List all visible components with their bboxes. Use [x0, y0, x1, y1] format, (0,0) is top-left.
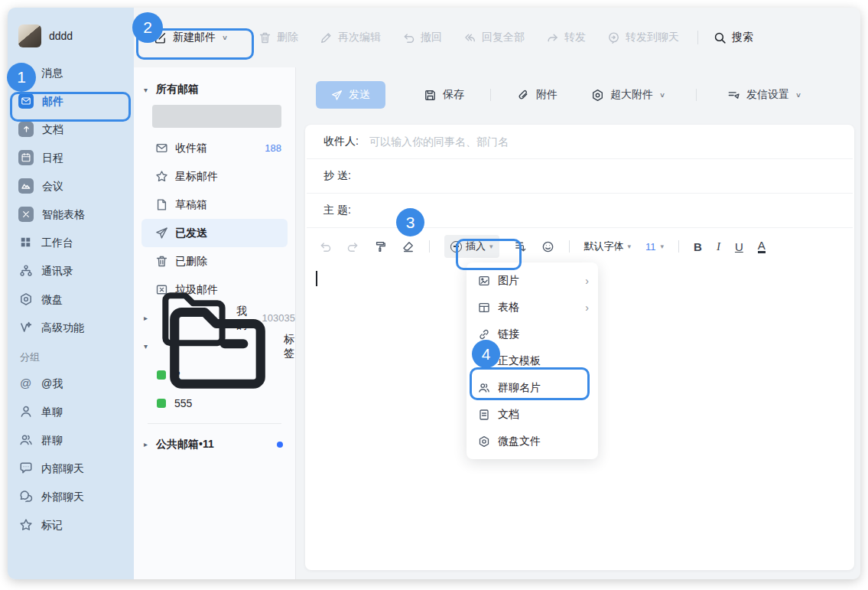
- send-settings-icon: [727, 89, 740, 102]
- pencil-icon: [320, 31, 333, 44]
- unread-dot: [277, 442, 283, 448]
- attachment-button[interactable]: 附件: [517, 88, 558, 102]
- font-family-select[interactable]: 默认字体 ▾: [584, 240, 632, 253]
- redo-icon[interactable]: [346, 240, 359, 253]
- triangle-down-icon: ▾: [628, 243, 632, 250]
- cc-field-row: 抄 送:: [307, 159, 853, 194]
- avatar[interactable]: [18, 24, 41, 47]
- format-painter-icon[interactable]: [374, 240, 387, 253]
- delete-button[interactable]: 删除: [258, 31, 298, 44]
- expander-down-icon: ▾: [144, 86, 151, 94]
- font-size-select[interactable]: 11 ▾: [645, 241, 664, 253]
- drive-hex-icon: [478, 435, 490, 448]
- contacts-icon: [18, 263, 33, 278]
- user-profile[interactable]: dddd: [8, 18, 134, 58]
- drive-hex-icon: [591, 89, 604, 102]
- sidebar-item-calendar[interactable]: 日程: [8, 143, 134, 171]
- folder-sent[interactable]: 已发送: [141, 219, 288, 247]
- menu-item-table[interactable]: 表格 ›: [467, 294, 598, 321]
- subject-input[interactable]: [360, 204, 853, 217]
- trash-icon: [258, 31, 271, 44]
- text-caret: [316, 271, 317, 286]
- sidebar-item-single-chat[interactable]: 单聊: [8, 397, 134, 425]
- search-icon: [714, 31, 727, 44]
- sidebar-item-internal-chat[interactable]: 内部聊天: [8, 454, 134, 482]
- menu-item-group-chat-card[interactable]: 群聊名片: [467, 374, 598, 401]
- cc-input[interactable]: [360, 169, 853, 183]
- table-icon: [478, 302, 490, 314]
- send-settings-button[interactable]: 发信设置 ∨: [727, 88, 801, 102]
- menu-item-image[interactable]: 图片 ›: [467, 267, 598, 294]
- insert-template-icon[interactable]: [514, 240, 527, 253]
- sidebar-item-workbench[interactable]: 工作台: [8, 228, 134, 256]
- cc-label: 抄 送:: [323, 169, 351, 183]
- chat-bubbles-icon: [18, 489, 33, 504]
- annotation-step-2: 2: [132, 12, 163, 43]
- format-divider: [429, 240, 430, 253]
- insert-button[interactable]: 插入 ▾: [444, 235, 499, 258]
- emoji-icon[interactable]: [541, 240, 554, 253]
- undo-icon: [402, 31, 415, 44]
- to-field-row: 收件人:: [307, 125, 853, 159]
- reply-all-button[interactable]: 回复全部: [463, 31, 525, 44]
- format-toolbar: 插入 ▾ 默认字体 ▾ 11 ▾: [305, 228, 854, 265]
- sidebar-item-drive[interactable]: 微盘: [8, 285, 134, 313]
- underline-button[interactable]: U: [735, 240, 743, 253]
- to-input[interactable]: [368, 135, 853, 148]
- star-icon: [155, 170, 168, 183]
- compose-divider: [696, 89, 697, 101]
- italic-button[interactable]: I: [717, 240, 720, 253]
- sidebar-item-docs[interactable]: 文档: [8, 115, 134, 143]
- folder-inbox[interactable]: 收件箱 188: [141, 134, 288, 162]
- format-divider: [569, 240, 570, 253]
- bold-button[interactable]: B: [694, 240, 702, 253]
- edit-again-button[interactable]: 再次编辑: [320, 31, 381, 44]
- sidebar-item-group-chat[interactable]: 群聊: [8, 425, 134, 454]
- forward-to-chat-button[interactable]: 转发到聊天: [607, 31, 679, 44]
- forward-button[interactable]: 转发: [546, 31, 586, 44]
- people-icon: [18, 432, 33, 447]
- send-button[interactable]: 发送: [316, 81, 385, 109]
- search-button[interactable]: 搜索: [714, 31, 753, 44]
- drive-icon: [18, 292, 33, 306]
- sidebar-item-flagged[interactable]: 标记: [8, 510, 134, 539]
- at-icon: @: [18, 376, 33, 390]
- floppy-icon: [424, 89, 437, 102]
- menu-item-drive-file[interactable]: 微盘文件: [467, 428, 598, 455]
- tag-color-swatch: [157, 399, 166, 408]
- chevron-down-icon: ∨: [795, 91, 801, 99]
- account-address-redacted: [152, 105, 281, 128]
- all-mailboxes-header[interactable]: ▾ 所有邮箱: [134, 78, 295, 101]
- recall-button[interactable]: 撤回: [402, 31, 442, 44]
- undo-icon[interactable]: [319, 240, 332, 253]
- chat-forward-icon: [607, 31, 620, 44]
- user-name: dddd: [49, 30, 73, 42]
- subject-field-row: 主 题:: [307, 194, 853, 228]
- folder-tags[interactable]: ▾ 标签: [134, 332, 295, 360]
- sidebar: dddd 消息 邮件 文档 日程 会议 智能表格 工作台: [8, 8, 134, 579]
- folder-drafts[interactable]: 草稿箱: [141, 191, 288, 219]
- menu-item-document[interactable]: 文档: [467, 401, 598, 428]
- to-label: 收件人:: [323, 135, 359, 148]
- smart-table-icon: [18, 207, 34, 222]
- font-color-button[interactable]: A: [758, 240, 766, 254]
- paper-plane-icon: [155, 227, 168, 240]
- folder-public-mailbox[interactable]: ▸ 公共邮箱•11: [134, 430, 295, 458]
- sidebar-item-contacts[interactable]: 通讯录: [8, 256, 134, 285]
- inbox-unread-count: 188: [265, 142, 288, 154]
- sidebar-item-external-chat[interactable]: 外部聊天: [8, 482, 134, 510]
- inbox-icon: [155, 142, 168, 155]
- clear-format-icon[interactable]: [401, 240, 414, 253]
- folder-starred[interactable]: 星标邮件: [141, 162, 288, 191]
- submenu-arrow-icon: ›: [585, 302, 589, 314]
- large-attachment-button[interactable]: 超大附件 ∨: [591, 88, 665, 102]
- save-button[interactable]: 保存: [424, 88, 464, 102]
- sidebar-item-advanced[interactable]: 高级功能: [8, 313, 134, 341]
- link-icon: [478, 328, 490, 341]
- sidebar-item-smart-table[interactable]: 智能表格: [8, 200, 134, 228]
- chevron-down-icon: ∨: [222, 34, 228, 41]
- mail-toolbar: 新建邮件 ∨ 删除 再次编辑 撤回 回复全部 转发: [134, 8, 860, 67]
- sidebar-item-at-me[interactable]: @ @我: [8, 369, 134, 397]
- annotation-step-3: 3: [396, 208, 424, 236]
- sidebar-item-meeting[interactable]: 会议: [8, 171, 134, 200]
